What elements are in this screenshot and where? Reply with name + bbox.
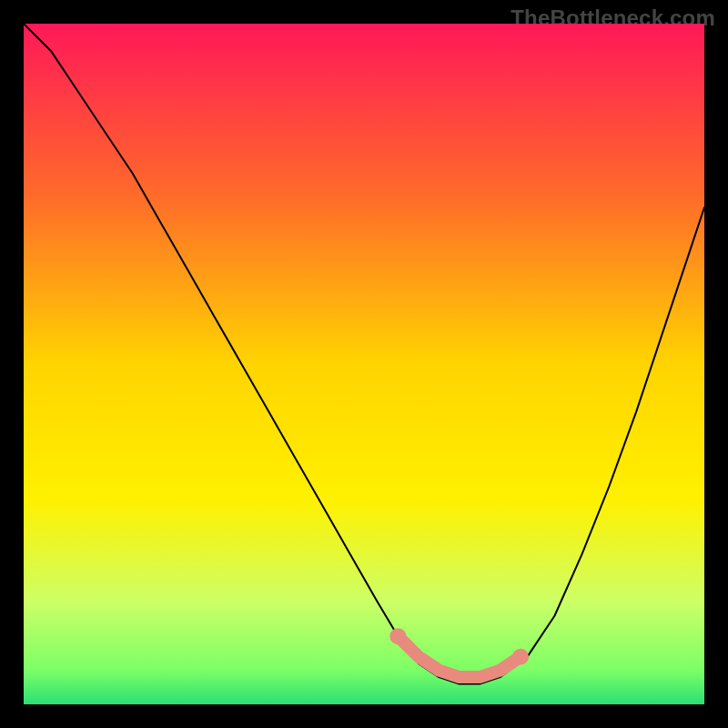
optimal-zone-end-dot [512, 649, 529, 665]
gradient-background [24, 24, 704, 704]
plot-area [24, 24, 704, 704]
chart-frame: TheBottleneck.com [0, 0, 728, 728]
optimal-zone-start-dot [389, 628, 406, 644]
chart-svg [24, 24, 704, 704]
